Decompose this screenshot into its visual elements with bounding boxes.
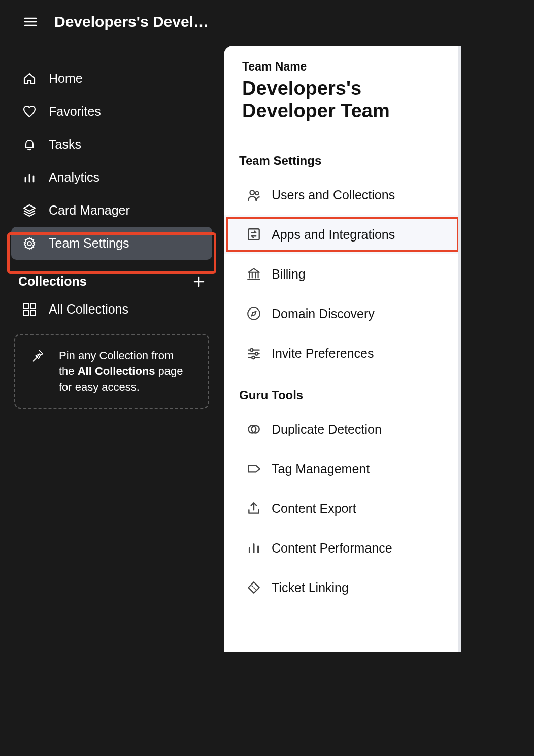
sidebar-item-label: Tasks [49,137,81,152]
menu-item-label: Domain Discovery [272,306,375,321]
resize-handle[interactable] [458,46,461,652]
sidebar-item-label: All Collections [49,302,128,317]
menu-item-apps-integrations[interactable]: Apps and Integrations [224,215,461,254]
sidebar-item-all-collections[interactable]: All Collections [11,293,212,326]
menu-item-duplicate-detection[interactable]: Duplicate Detection [224,409,461,449]
team-name-label: Team Name [242,60,443,74]
top-header: Developers's Devel… [0,0,534,43]
section-heading-team-settings: Team Settings [224,154,461,175]
bar-chart-icon [246,540,261,556]
sliders-icon [246,346,261,361]
menu-item-ticket-linking[interactable]: Ticket Linking [224,568,461,607]
team-name: Developers's Developer Team [242,78,443,122]
sidebar-item-analytics[interactable]: Analytics [11,161,212,194]
menu-item-users-collections[interactable]: Users and Collections [224,175,461,215]
main-header: Team Name Developers's Developer Team [224,46,461,135]
sidebar: Home Favorites Tasks Analytics Card Mana… [0,51,223,409]
compass-icon [246,306,261,321]
sidebar-item-tasks[interactable]: Tasks [11,128,212,161]
pin-hint-text: Pin any Collection from the All Collecti… [59,348,192,395]
grid-icon [22,302,37,317]
sidebar-item-label: Home [49,71,83,86]
tag-icon [246,461,261,476]
sidebar-item-label: Card Manager [49,203,130,218]
hamburger-menu-button[interactable] [23,14,38,29]
sidebar-item-label: Favorites [49,104,101,119]
section-heading-guru-tools: Guru Tools [224,388,461,409]
collections-heading: Collections [18,274,87,289]
sidebar-item-card-manager[interactable]: Card Manager [11,194,212,227]
ticket-icon [246,580,261,595]
pin-icon [31,349,45,362]
layers-icon [22,203,37,218]
app-title: Developers's Devel… [54,13,209,30]
sidebar-item-team-settings[interactable]: Team Settings [11,227,212,260]
menu-item-tag-management[interactable]: Tag Management [224,449,461,489]
menu-item-label: Invite Preferences [272,346,374,361]
sidebar-item-favorites[interactable]: Favorites [11,95,212,128]
menu-item-label: Duplicate Detection [272,422,382,437]
collections-section-header: Collections [0,260,223,293]
hamburger-icon [23,16,38,28]
menu-item-label: Users and Collections [272,188,395,202]
export-icon [246,501,261,516]
chart-icon [22,170,37,185]
team-settings-section: Team Settings Users and Collections Apps… [224,135,461,379]
menu-item-label: Content Export [272,501,356,516]
guru-tools-section: Guru Tools Duplicate Detection Tag Manag… [224,379,461,613]
menu-item-invite-preferences[interactable]: Invite Preferences [224,333,461,373]
menu-item-domain-discovery[interactable]: Domain Discovery [224,294,461,333]
guru-tools-list: Duplicate Detection Tag Management Conte… [224,409,461,607]
swap-icon [246,227,261,242]
menu-item-label: Tag Management [272,462,370,476]
collections-list: All Collections [0,293,223,326]
menu-item-content-export[interactable]: Content Export [224,489,461,528]
home-icon [22,72,37,86]
sidebar-item-label: Team Settings [49,236,129,251]
bank-icon [246,266,261,282]
sidebar-item-label: Analytics [49,170,99,185]
pin-collection-hint: Pin any Collection from the All Collecti… [14,334,209,409]
team-settings-list: Users and Collections Apps and Integrati… [224,175,461,373]
overlap-icon [246,422,261,437]
users-icon [246,187,261,202]
menu-item-billing[interactable]: Billing [224,254,461,294]
menu-item-content-performance[interactable]: Content Performance [224,528,461,568]
main-panel: Team Name Developers's Developer Team Te… [224,46,461,652]
heart-icon [22,105,37,119]
menu-item-label: Apps and Integrations [272,227,395,242]
bell-icon [22,138,37,152]
plus-icon [193,276,205,288]
menu-item-label: Billing [272,267,306,282]
pin-hint-bold: All Collections [78,365,155,377]
sidebar-nav-list: Home Favorites Tasks Analytics Card Mana… [0,62,223,260]
gear-icon [22,236,37,251]
menu-item-label: Content Performance [272,541,392,556]
menu-item-label: Ticket Linking [272,580,349,595]
sidebar-item-home[interactable]: Home [11,62,212,95]
add-collection-button[interactable] [193,276,205,288]
